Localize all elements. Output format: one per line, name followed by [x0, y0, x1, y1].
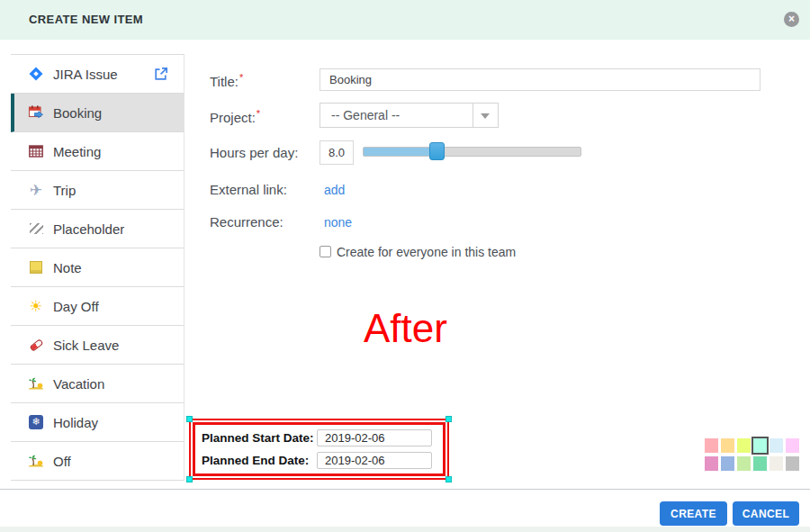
pill-icon — [27, 337, 45, 353]
selection-handle — [446, 416, 452, 422]
sidebar-item-booking[interactable]: Booking — [11, 94, 184, 132]
hours-row: Hours per day: — [210, 145, 777, 170]
jira-diamond-icon — [27, 66, 45, 82]
beach-icon — [27, 375, 45, 392]
close-icon[interactable]: × — [784, 12, 799, 27]
planned-start-date-label: Planned Start Date: — [202, 431, 314, 445]
after-annotation-text: After — [364, 306, 447, 351]
planned-end-date-label: Planned End Date: — [202, 454, 309, 467]
sidebar-item-label: Placeholder — [53, 221, 124, 237]
note-icon — [27, 259, 45, 275]
external-link-row: External link: add — [210, 182, 777, 200]
color-swatch[interactable] — [753, 456, 767, 471]
title-input[interactable] — [320, 68, 760, 91]
hours-slider[interactable] — [363, 147, 581, 157]
title-label: Title:* — [210, 72, 243, 89]
title-row: Title:* — [210, 72, 777, 95]
sidebar-item-off[interactable]: Off — [11, 442, 184, 481]
dialog-header: CREATE NEW ITEM × — [0, 0, 810, 40]
sidebar-item-label: JIRA Issue — [53, 67, 118, 82]
sidebar-item-holiday[interactable]: ❄Holiday — [11, 403, 184, 442]
sidebar-item-meeting[interactable]: Meeting — [11, 132, 184, 171]
color-swatch[interactable] — [786, 438, 799, 453]
sidebar-item-label: Note — [53, 260, 82, 275]
team-checkbox[interactable] — [320, 246, 331, 257]
sidebar-item-vacation[interactable]: Vacation — [11, 365, 184, 403]
annotation-highlight-box: Planned Start Date: Planned End Date: — [189, 419, 449, 480]
sidebar-item-sick-leave[interactable]: Sick Leave — [11, 326, 184, 365]
sidebar-item-jira-issue[interactable]: JIRA Issue — [11, 55, 184, 94]
sun-icon: ☀ — [27, 298, 45, 314]
sidebar-item-day-off[interactable]: ☀Day Off — [11, 287, 184, 326]
color-palette — [705, 438, 799, 471]
sidebar-item-label: Booking — [53, 105, 102, 121]
sidebar: JIRA IssueBookingMeeting✈TripPlaceholder… — [11, 54, 184, 481]
color-swatch[interactable] — [737, 456, 751, 471]
sidebar-item-placeholder[interactable]: Placeholder — [11, 210, 184, 248]
sidebar-item-label: Day Off — [53, 299, 99, 314]
slider-handle[interactable] — [429, 142, 445, 160]
color-swatch[interactable] — [737, 438, 751, 453]
sidebar-item-label: Off — [53, 454, 71, 469]
stripes-icon — [27, 221, 45, 237]
slider-fill — [364, 148, 437, 156]
team-checkbox-row: Create for everyone in this team — [210, 245, 777, 261]
sidebar-item-label: Sick Leave — [53, 338, 119, 353]
recurrence-value-link[interactable]: none — [324, 215, 352, 230]
dialog-footer: CREATE CANCEL — [0, 489, 810, 527]
cancel-button[interactable]: CANCEL — [733, 501, 799, 526]
required-asterisk: * — [256, 108, 260, 119]
planned-start-date-input[interactable] — [317, 429, 432, 446]
chevron-down-icon — [481, 113, 490, 119]
create-button[interactable]: CREATE — [660, 501, 727, 526]
planned-end-date-input[interactable] — [317, 452, 432, 469]
sidebar-item-note[interactable]: Note — [11, 248, 184, 287]
dropdown-arrow-button[interactable] — [472, 104, 498, 127]
airplane-icon: ✈ — [27, 182, 45, 198]
page-background-strip — [0, 527, 810, 532]
sidebar-item-label: Vacation — [53, 376, 104, 392]
create-new-item-dialog: CREATE NEW ITEM × JIRA IssueBookingMeeti… — [0, 0, 810, 532]
hours-label: Hours per day: — [210, 145, 298, 160]
sidebar-item-trip[interactable]: ✈Trip — [11, 171, 184, 210]
selection-handle — [446, 476, 452, 482]
booking-calendar-icon — [27, 104, 45, 121]
color-swatch[interactable] — [770, 456, 783, 471]
snowflake-icon: ❄ — [27, 414, 45, 430]
beach-icon — [27, 453, 45, 469]
selection-handle — [186, 416, 193, 422]
color-swatch[interactable] — [721, 438, 734, 453]
recurrence-row: Recurrence: none — [210, 214, 777, 232]
project-select[interactable]: -- General -- — [320, 103, 499, 128]
required-asterisk: * — [239, 72, 243, 83]
color-swatch[interactable] — [721, 456, 734, 471]
sidebar-item-label: Meeting — [53, 144, 101, 159]
color-swatch[interactable] — [786, 456, 799, 471]
hours-input[interactable] — [320, 140, 354, 165]
dialog-title: CREATE NEW ITEM — [29, 0, 143, 40]
meeting-calendar-icon — [27, 143, 45, 159]
external-link-label: External link: — [210, 182, 287, 197]
selection-handle — [186, 476, 193, 482]
team-checkbox-label: Create for everyone in this team — [337, 245, 516, 259]
project-label: Project:* — [210, 108, 260, 125]
color-swatch[interactable] — [705, 456, 718, 471]
sidebar-item-label: Holiday — [53, 415, 98, 430]
recurrence-label: Recurrence: — [210, 214, 284, 230]
sidebar-item-label: Trip — [53, 183, 76, 198]
color-swatch[interactable] — [770, 438, 783, 453]
color-swatch[interactable] — [705, 438, 718, 453]
project-row: Project:* -- General -- — [210, 108, 777, 133]
add-external-link[interactable]: add — [324, 183, 345, 197]
color-swatch[interactable] — [753, 438, 767, 453]
external-link-icon[interactable] — [153, 66, 169, 82]
project-selected-value: -- General -- — [331, 104, 400, 127]
